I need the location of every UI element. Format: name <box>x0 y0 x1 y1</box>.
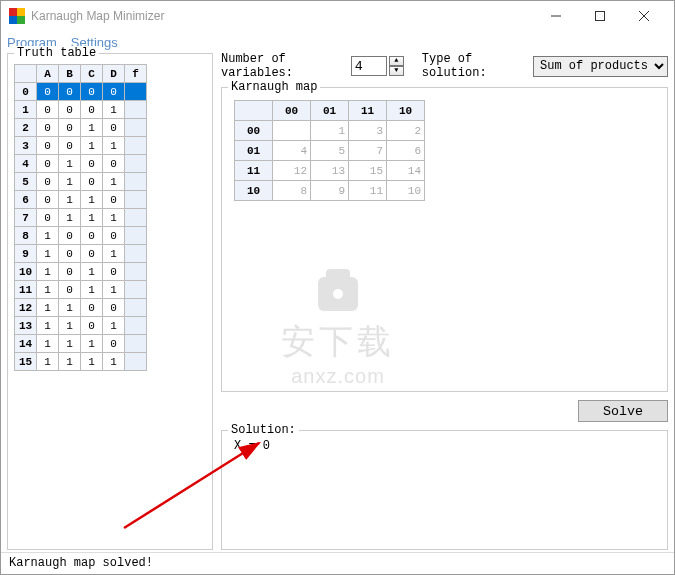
num-vars-up[interactable]: ▲ <box>389 56 404 66</box>
solution-panel: Solution: X = 0 <box>221 430 668 550</box>
kmap-table[interactable]: 0001111000132014576111213151410891110 <box>234 100 425 201</box>
svg-rect-5 <box>596 12 605 21</box>
num-vars-label: Number of variables: <box>221 52 345 80</box>
solve-button[interactable]: Solve <box>578 400 668 422</box>
status-bar: Karnaugh map solved! <box>1 552 674 574</box>
kmap-legend: Karnaugh map <box>228 80 320 94</box>
type-select[interactable]: Sum of products <box>533 56 668 77</box>
maximize-button[interactable] <box>578 1 622 31</box>
svg-rect-1 <box>17 8 25 16</box>
svg-rect-3 <box>17 16 25 24</box>
solution-text: X = 0 <box>228 435 661 457</box>
truth-table-panel: Truth table ABCDf00000100012001030011401… <box>7 53 213 550</box>
kmap-panel: Karnaugh map 000111100013201457611121315… <box>221 87 668 392</box>
app-icon <box>9 8 25 24</box>
truth-table[interactable]: ABCDf00000100012001030011401005010160110… <box>14 64 147 371</box>
window-title: Karnaugh Map Minimizer <box>31 9 534 23</box>
type-label: Type of solution: <box>422 52 527 80</box>
svg-rect-2 <box>9 16 17 24</box>
close-button[interactable] <box>622 1 666 31</box>
num-vars-down[interactable]: ▼ <box>389 66 404 76</box>
solution-legend: Solution: <box>228 423 299 437</box>
svg-rect-0 <box>9 8 17 16</box>
num-vars-input[interactable] <box>351 56 387 76</box>
truth-table-legend: Truth table <box>14 46 99 60</box>
minimize-button[interactable] <box>534 1 578 31</box>
